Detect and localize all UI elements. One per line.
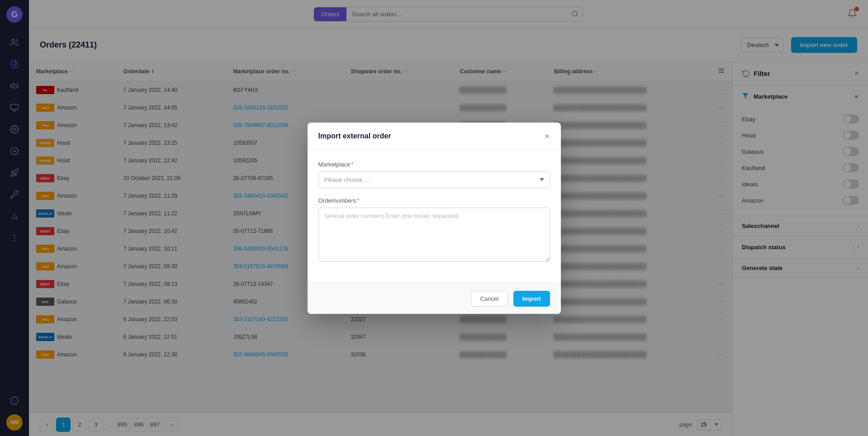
modal-footer: Cancel Import — [308, 283, 561, 314]
ordernumbers-form-group: Ordernumbers* — [318, 197, 550, 263]
modal-title: Import external order — [318, 132, 545, 140]
cancel-button[interactable]: Cancel — [471, 291, 508, 307]
ordernumbers-textarea[interactable] — [318, 208, 550, 262]
marketplace-label: Marketplace* — [318, 161, 550, 168]
modal-close-button[interactable]: × — [545, 132, 550, 141]
modal-overlay[interactable]: Import external order × Marketplace* Ple… — [0, 0, 868, 436]
marketplace-select-wrap: Please choose ... Amazon Ebay Hood Kaufl… — [318, 171, 550, 188]
ordernumbers-label: Ordernumbers* — [318, 197, 550, 204]
modal-header: Import external order × — [308, 123, 561, 150]
marketplace-select[interactable]: Please choose ... Amazon Ebay Hood Kaufl… — [318, 171, 550, 188]
import-button[interactable]: Import — [513, 291, 550, 307]
import-modal: Import external order × Marketplace* Ple… — [308, 123, 561, 314]
marketplace-form-group: Marketplace* Please choose ... Amazon Eb… — [318, 161, 550, 188]
modal-body: Marketplace* Please choose ... Amazon Eb… — [308, 150, 561, 283]
